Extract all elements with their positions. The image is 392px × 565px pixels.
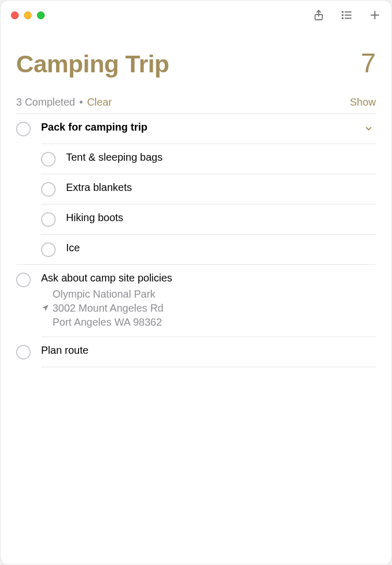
subtask-item[interactable]: Hiking boots xyxy=(41,204,376,234)
reminder-item[interactable]: Pack for camping trip xyxy=(16,114,376,144)
subtask-title: Hiking boots xyxy=(66,212,376,224)
svg-point-6 xyxy=(342,18,343,19)
completed-row: 3 Completed • Clear xyxy=(16,96,112,108)
svg-point-5 xyxy=(342,15,343,16)
svg-point-4 xyxy=(342,11,343,12)
reminder-checkbox[interactable] xyxy=(16,345,31,359)
reminders-window: Camping Trip 7 3 Completed • Clear Show … xyxy=(0,0,392,565)
reminder-checkbox[interactable] xyxy=(41,212,56,227)
subtask-item[interactable]: Extra blankets xyxy=(41,174,376,204)
traffic-lights xyxy=(11,11,45,19)
location-street-row: 3002 Mount Angeles Rd xyxy=(41,301,376,315)
reminder-checkbox[interactable] xyxy=(41,242,56,257)
reminder-checkbox[interactable] xyxy=(16,273,31,287)
reminder-location: Olympic National Park 3002 Mount Angeles… xyxy=(41,287,376,329)
subtask-title: Extra blankets xyxy=(66,182,376,194)
completed-count: 3 Completed xyxy=(16,96,75,108)
subtask-title: Tent & sleeping bags xyxy=(66,151,376,163)
share-icon[interactable] xyxy=(312,9,325,21)
reminder-content: Ask about camp site policies Olympic Nat… xyxy=(41,272,376,329)
reminder-checkbox[interactable] xyxy=(41,182,56,197)
chevron-down-icon[interactable] xyxy=(363,123,374,134)
location-street: 3002 Mount Angeles Rd xyxy=(53,301,164,315)
subtask-item[interactable]: Ice xyxy=(41,235,376,264)
list-header: Camping Trip 7 xyxy=(1,30,391,84)
reminder-title: Ask about camp site policies xyxy=(41,272,376,284)
reminder-item[interactable]: Ask about camp site policies Olympic Nat… xyxy=(16,265,376,337)
reminder-checkbox[interactable] xyxy=(16,122,31,136)
list-title: Camping Trip xyxy=(16,49,169,78)
list-divider xyxy=(41,367,376,367)
separator-dot: • xyxy=(79,96,83,108)
minimize-window-button[interactable] xyxy=(24,11,32,19)
show-completed-button[interactable]: Show xyxy=(350,96,376,108)
reminder-count: 7 xyxy=(361,47,376,79)
subtask-item[interactable]: Tent & sleeping bags xyxy=(41,144,376,174)
reminder-title: Pack for camping trip xyxy=(41,121,358,133)
reminder-item[interactable]: Plan route xyxy=(16,337,376,367)
add-reminder-icon[interactable] xyxy=(369,9,381,21)
maximize-window-button[interactable] xyxy=(37,11,45,19)
close-window-button[interactable] xyxy=(11,11,19,19)
subtask-list: Tent & sleeping bags Extra blankets Hiki… xyxy=(41,144,376,264)
reminder-content: Pack for camping trip xyxy=(41,121,358,133)
location-name: Olympic National Park xyxy=(41,287,376,301)
titlebar xyxy=(1,1,391,30)
list-view-icon[interactable] xyxy=(341,9,353,21)
location-arrow-icon xyxy=(41,304,49,312)
toolbar xyxy=(312,9,381,21)
location-city: Port Angeles WA 98362 xyxy=(41,315,376,329)
clear-completed-button[interactable]: Clear xyxy=(87,96,112,108)
reminder-checkbox[interactable] xyxy=(41,152,56,166)
reminders-list: Pack for camping trip Tent & sleeping ba… xyxy=(1,113,391,367)
reminder-title: Plan route xyxy=(41,344,376,356)
subheader: 3 Completed • Clear Show xyxy=(1,84,391,113)
subtask-title: Ice xyxy=(66,242,376,254)
